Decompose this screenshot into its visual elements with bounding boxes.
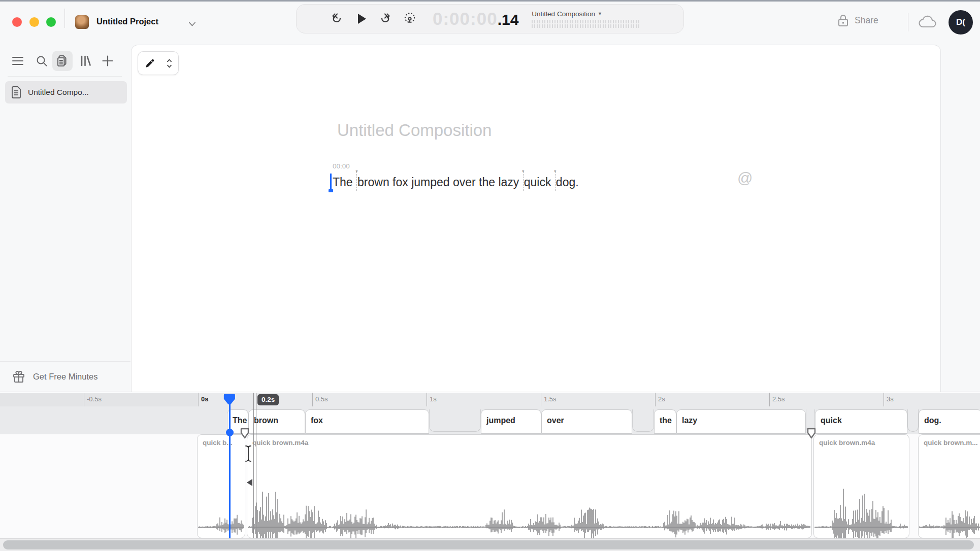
audio-clip[interactable]: quick brown.m4a — [813, 434, 909, 538]
text-cursor-pointer — [244, 444, 252, 465]
get-free-minutes-button[interactable]: Get Free Minutes — [0, 362, 130, 392]
edit-boundary-marker[interactable] — [356, 171, 357, 191]
timeline-word-fox[interactable]: fox — [305, 409, 429, 434]
lock-icon — [837, 13, 850, 27]
script-text[interactable]: quick — [524, 176, 554, 189]
clip-boundary-marker-icon[interactable] — [240, 428, 250, 440]
timeline-silence-gap[interactable] — [907, 409, 919, 432]
clip-label: quick b... — [203, 439, 233, 446]
mini-waveform-placeholder — [532, 24, 639, 28]
share-label: Share — [855, 15, 878, 26]
timeline-word-jumped[interactable]: jumped — [481, 409, 541, 434]
edit-boundary-marker[interactable] — [555, 171, 556, 191]
timeline-word-label: The — [233, 416, 247, 425]
ruler-tick-label: 1s — [430, 395, 437, 403]
timeline-panel: -0.5s0s0.5s1s1.5s2s2.5s3s Thebrownfoxjum… — [0, 392, 980, 551]
minimize-window-button[interactable] — [29, 17, 39, 27]
horizontal-scrollbar-thumb[interactable] — [3, 540, 974, 549]
audio-clip[interactable]: quick b... — [197, 434, 245, 538]
clip-trim-arrow-icon[interactable] — [247, 479, 252, 486]
avatar-initials: D( — [956, 17, 965, 27]
script-text-line[interactable]: The brown fox jumped over the lazy quick… — [330, 171, 579, 191]
playhead-line[interactable] — [229, 402, 231, 538]
timeline-word-the[interactable]: the — [654, 409, 676, 434]
composition-selector[interactable]: Untitled Composition ▼ — [532, 10, 639, 28]
cloud-icon — [917, 14, 939, 30]
timecode-fraction: .14 — [498, 11, 519, 28]
document-icon — [11, 86, 21, 98]
timeline-word-brown[interactable]: brown — [248, 409, 305, 434]
mini-waveform-placeholder — [532, 20, 639, 23]
document-canvas[interactable] — [131, 45, 941, 392]
play-button[interactable] — [352, 10, 370, 27]
clip-boundary-marker-icon[interactable] — [806, 428, 816, 440]
ruler-tick-label: 2.5s — [772, 395, 785, 403]
playhead-dot[interactable] — [226, 429, 234, 436]
sync-button[interactable] — [917, 14, 939, 32]
close-window-button[interactable] — [12, 17, 22, 27]
timeline-word-label: quick — [821, 416, 842, 425]
timeline-word-label: the — [660, 416, 672, 425]
sidebar-item-composition[interactable]: Untitled Compo... — [5, 81, 127, 104]
timeline-track-lane: quick b...quick brown.m4aquick brown.m4a… — [0, 434, 980, 538]
script-text[interactable]: brown fox jumped over the lazy — [357, 176, 522, 189]
ruler-tick: 2s — [655, 393, 656, 406]
ruler-tick: 1.5s — [541, 393, 541, 406]
timeline-word-quick[interactable]: quick — [815, 409, 907, 434]
composition-selector-label: Untitled Composition — [532, 10, 595, 18]
project-thumbnail[interactable] — [75, 15, 89, 29]
timeline-word-label: lazy — [682, 416, 697, 425]
edit-boundary-marker[interactable] — [523, 171, 524, 191]
ruler-tick-label: 1.5s — [544, 395, 557, 403]
undo-button[interactable] — [328, 10, 345, 27]
composition-title-placeholder[interactable]: Untitled Composition — [337, 121, 492, 140]
zoom-window-button[interactable] — [46, 17, 56, 27]
clip-label: quick brown.m4a — [819, 439, 875, 446]
timeline-word-label: dog. — [924, 416, 941, 425]
edit-tool-button[interactable] — [138, 51, 179, 75]
audio-clip[interactable]: quick brown.m... — [918, 434, 980, 538]
ruler-tick: 1s — [427, 393, 427, 406]
timeline-silence-gap[interactable] — [632, 409, 654, 432]
descript-window: Untitled Project 0:00: — [0, 0, 980, 551]
ruler-tick-label: 0.5s — [315, 395, 328, 403]
clip-label: quick brown.m4a — [252, 439, 308, 446]
header-divider — [64, 9, 65, 28]
selector-chevrons-icon — [167, 59, 172, 68]
audio-clip[interactable]: quick brown.m4a — [247, 434, 812, 538]
timeline-word-label: jumped — [486, 416, 515, 425]
timeline-word-dog[interactable]: dog. — [919, 409, 980, 434]
paragraph-timestamp: 00:00 — [333, 162, 350, 170]
ruler-tick-label: 2s — [658, 395, 665, 403]
timeline-word-label: over — [547, 416, 564, 425]
script-text[interactable]: The — [333, 176, 356, 189]
script-text[interactable]: dog. — [556, 176, 579, 189]
playhead-handle[interactable] — [223, 393, 236, 408]
account-avatar[interactable]: D( — [949, 10, 973, 35]
get-free-minutes-label: Get Free Minutes — [33, 372, 97, 382]
record-button[interactable] — [401, 10, 418, 27]
timeline-word-label: brown — [254, 416, 278, 425]
timeline-word-over[interactable]: over — [541, 409, 632, 434]
project-title[interactable]: Untitled Project — [96, 17, 158, 26]
mention-icon[interactable]: @ — [737, 169, 753, 187]
redo-button[interactable] — [377, 10, 394, 27]
text-caret — [330, 174, 332, 190]
sidebar: Untitled Compo... Get Free Minutes — [0, 45, 130, 392]
timeline-silence-gap[interactable] — [429, 409, 481, 432]
search-icon[interactable] — [31, 51, 52, 71]
timeline-word-lane: Thebrownfoxjumpedoverthelazyquickdog. — [0, 406, 980, 434]
media-library-icon[interactable] — [75, 51, 95, 71]
menu-icon[interactable] — [8, 51, 28, 71]
share-button[interactable]: Share — [837, 13, 878, 27]
timeline-word-label: fox — [311, 416, 323, 425]
chevron-down-icon[interactable] — [189, 19, 195, 28]
timeline-word-lazy[interactable]: lazy — [676, 409, 806, 434]
ruler-tick: 0.5s — [312, 393, 313, 406]
undo-icon — [329, 12, 344, 25]
redo-icon — [378, 12, 393, 25]
ruler-tick: 3s — [884, 393, 884, 406]
add-icon[interactable] — [97, 51, 118, 71]
documents-icon[interactable] — [52, 51, 73, 71]
timecode-main: 0:00:00 — [433, 9, 498, 29]
